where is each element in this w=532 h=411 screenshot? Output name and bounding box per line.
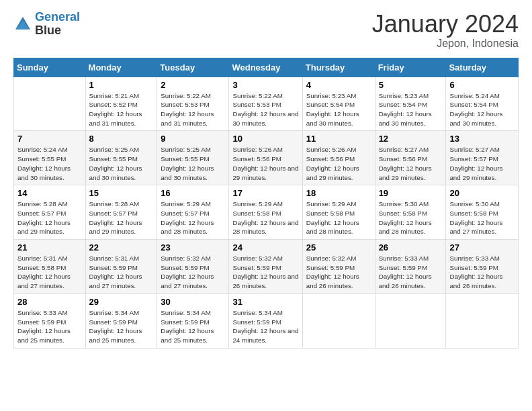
- day-number: 6: [449, 80, 515, 90]
- day-info: Sunrise: 5:30 AMSunset: 5:58 PMDaylight:…: [379, 199, 443, 236]
- day-number: 19: [379, 188, 443, 198]
- calendar-week-row: 28Sunrise: 5:33 AMSunset: 5:59 PMDayligh…: [14, 293, 519, 348]
- day-number: 14: [17, 188, 82, 198]
- calendar-cell: 8Sunrise: 5:25 AMSunset: 5:55 PMDaylight…: [85, 131, 157, 185]
- calendar-subtitle: Jepon, Indonesia: [372, 38, 519, 50]
- calendar-cell: 22Sunrise: 5:31 AMSunset: 5:59 PMDayligh…: [85, 240, 157, 294]
- logo-icon: [13, 15, 32, 34]
- calendar-week-row: 21Sunrise: 5:31 AMSunset: 5:58 PMDayligh…: [14, 240, 519, 294]
- calendar-cell: 21Sunrise: 5:31 AMSunset: 5:58 PMDayligh…: [14, 240, 86, 294]
- calendar-cell: [302, 293, 375, 348]
- day-info: Sunrise: 5:25 AMSunset: 5:55 PMDaylight:…: [161, 145, 225, 182]
- day-info: Sunrise: 5:33 AMSunset: 5:59 PMDaylight:…: [449, 254, 515, 291]
- day-number: 7: [17, 134, 82, 144]
- calendar-cell: [375, 293, 446, 348]
- day-info: Sunrise: 5:29 AMSunset: 5:57 PMDaylight:…: [161, 199, 225, 236]
- day-number: 17: [232, 188, 298, 198]
- title-block: January 2024 Jepon, Indonesia: [372, 11, 519, 50]
- day-number: 29: [89, 297, 154, 307]
- day-number: 9: [161, 134, 225, 144]
- calendar-cell: 15Sunrise: 5:28 AMSunset: 5:57 PMDayligh…: [85, 185, 157, 240]
- calendar-cell: 13Sunrise: 5:27 AMSunset: 5:57 PMDayligh…: [446, 131, 519, 185]
- day-info: Sunrise: 5:32 AMSunset: 5:59 PMDaylight:…: [306, 254, 371, 291]
- calendar-cell: 14Sunrise: 5:28 AMSunset: 5:57 PMDayligh…: [14, 185, 86, 240]
- day-number: 16: [161, 188, 225, 198]
- day-info: Sunrise: 5:27 AMSunset: 5:56 PMDaylight:…: [379, 145, 443, 182]
- calendar-week-row: 14Sunrise: 5:28 AMSunset: 5:57 PMDayligh…: [14, 185, 519, 240]
- calendar-cell: 9Sunrise: 5:25 AMSunset: 5:55 PMDaylight…: [157, 131, 229, 185]
- day-info: Sunrise: 5:23 AMSunset: 5:54 PMDaylight:…: [306, 91, 371, 128]
- calendar-cell: 12Sunrise: 5:27 AMSunset: 5:56 PMDayligh…: [375, 131, 446, 185]
- header-cell: Sunday: [14, 58, 86, 77]
- day-info: Sunrise: 5:23 AMSunset: 5:54 PMDaylight:…: [379, 91, 443, 128]
- logo: General Blue: [13, 11, 80, 38]
- calendar-cell: 10Sunrise: 5:26 AMSunset: 5:56 PMDayligh…: [229, 131, 302, 185]
- calendar-cell: 5Sunrise: 5:23 AMSunset: 5:54 PMDaylight…: [375, 77, 446, 131]
- day-number: 10: [232, 134, 298, 144]
- day-number: 11: [306, 134, 371, 144]
- header-cell: Monday: [85, 58, 157, 77]
- day-number: 18: [306, 188, 371, 198]
- day-number: 27: [449, 242, 515, 253]
- calendar-cell: 4Sunrise: 5:23 AMSunset: 5:54 PMDaylight…: [302, 77, 375, 131]
- calendar-cell: 26Sunrise: 5:33 AMSunset: 5:59 PMDayligh…: [375, 240, 446, 294]
- header-cell: Wednesday: [229, 58, 302, 77]
- day-number: 8: [89, 134, 154, 144]
- day-number: 13: [449, 134, 515, 144]
- day-number: 21: [17, 242, 82, 253]
- calendar-week-row: 1Sunrise: 5:21 AMSunset: 5:52 PMDaylight…: [14, 77, 519, 131]
- day-number: 22: [89, 242, 154, 253]
- day-info: Sunrise: 5:33 AMSunset: 5:59 PMDaylight:…: [17, 308, 82, 345]
- day-number: 1: [89, 80, 154, 90]
- calendar-cell: 19Sunrise: 5:30 AMSunset: 5:58 PMDayligh…: [375, 185, 446, 240]
- calendar-cell: 2Sunrise: 5:22 AMSunset: 5:53 PMDaylight…: [157, 77, 229, 131]
- day-info: Sunrise: 5:26 AMSunset: 5:56 PMDaylight:…: [232, 145, 298, 182]
- calendar-table: SundayMondayTuesdayWednesdayThursdayFrid…: [13, 58, 519, 349]
- day-info: Sunrise: 5:24 AMSunset: 5:54 PMDaylight:…: [449, 91, 515, 128]
- day-info: Sunrise: 5:21 AMSunset: 5:52 PMDaylight:…: [89, 91, 154, 128]
- calendar-cell: [446, 293, 519, 348]
- day-number: 20: [449, 188, 515, 198]
- calendar-cell: 1Sunrise: 5:21 AMSunset: 5:52 PMDaylight…: [85, 77, 157, 131]
- day-number: 2: [161, 80, 225, 90]
- day-number: 31: [232, 297, 298, 307]
- day-info: Sunrise: 5:29 AMSunset: 5:58 PMDaylight:…: [306, 199, 371, 236]
- day-info: Sunrise: 5:31 AMSunset: 5:59 PMDaylight:…: [89, 254, 154, 291]
- day-info: Sunrise: 5:26 AMSunset: 5:56 PMDaylight:…: [306, 145, 371, 182]
- calendar-cell: 27Sunrise: 5:33 AMSunset: 5:59 PMDayligh…: [446, 240, 519, 294]
- day-info: Sunrise: 5:24 AMSunset: 5:55 PMDaylight:…: [17, 145, 82, 182]
- calendar-cell: 20Sunrise: 5:30 AMSunset: 5:58 PMDayligh…: [446, 185, 519, 240]
- day-number: 12: [379, 134, 443, 144]
- calendar-cell: 6Sunrise: 5:24 AMSunset: 5:54 PMDaylight…: [446, 77, 519, 131]
- page-header: General Blue January 2024 Jepon, Indones…: [13, 11, 519, 50]
- day-info: Sunrise: 5:28 AMSunset: 5:57 PMDaylight:…: [17, 199, 82, 236]
- day-number: 25: [306, 242, 371, 253]
- calendar-cell: 23Sunrise: 5:32 AMSunset: 5:59 PMDayligh…: [157, 240, 229, 294]
- calendar-title: January 2024: [372, 11, 519, 38]
- calendar-cell: 29Sunrise: 5:34 AMSunset: 5:59 PMDayligh…: [85, 293, 157, 348]
- day-number: 28: [17, 297, 82, 307]
- calendar-cell: 25Sunrise: 5:32 AMSunset: 5:59 PMDayligh…: [302, 240, 375, 294]
- day-info: Sunrise: 5:22 AMSunset: 5:53 PMDaylight:…: [232, 91, 298, 128]
- day-info: Sunrise: 5:34 AMSunset: 5:59 PMDaylight:…: [161, 308, 225, 345]
- calendar-cell: 3Sunrise: 5:22 AMSunset: 5:53 PMDaylight…: [229, 77, 302, 131]
- day-info: Sunrise: 5:32 AMSunset: 5:59 PMDaylight:…: [161, 254, 225, 291]
- day-info: Sunrise: 5:29 AMSunset: 5:58 PMDaylight:…: [232, 199, 298, 236]
- header-cell: Thursday: [302, 58, 375, 77]
- calendar-cell: 11Sunrise: 5:26 AMSunset: 5:56 PMDayligh…: [302, 131, 375, 185]
- calendar-cell: 24Sunrise: 5:32 AMSunset: 5:59 PMDayligh…: [229, 240, 302, 294]
- calendar-cell: 7Sunrise: 5:24 AMSunset: 5:55 PMDaylight…: [14, 131, 86, 185]
- day-info: Sunrise: 5:33 AMSunset: 5:59 PMDaylight:…: [379, 254, 443, 291]
- calendar-cell: [14, 77, 86, 131]
- page-container: General Blue January 2024 Jepon, Indones…: [0, 0, 532, 355]
- day-info: Sunrise: 5:30 AMSunset: 5:58 PMDaylight:…: [449, 199, 515, 236]
- calendar-cell: 30Sunrise: 5:34 AMSunset: 5:59 PMDayligh…: [157, 293, 229, 348]
- day-number: 30: [161, 297, 225, 307]
- day-info: Sunrise: 5:31 AMSunset: 5:58 PMDaylight:…: [17, 254, 82, 291]
- day-number: 26: [379, 242, 443, 253]
- calendar-cell: 31Sunrise: 5:34 AMSunset: 5:59 PMDayligh…: [229, 293, 302, 348]
- calendar-week-row: 7Sunrise: 5:24 AMSunset: 5:55 PMDaylight…: [14, 131, 519, 185]
- header-cell: Saturday: [446, 58, 519, 77]
- day-info: Sunrise: 5:28 AMSunset: 5:57 PMDaylight:…: [89, 199, 154, 236]
- day-info: Sunrise: 5:25 AMSunset: 5:55 PMDaylight:…: [89, 145, 154, 182]
